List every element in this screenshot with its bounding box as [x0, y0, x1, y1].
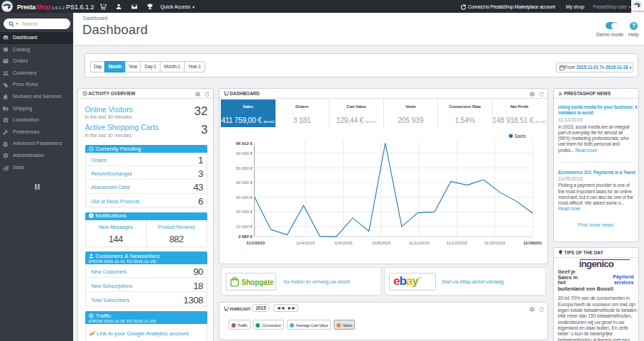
svg-text:50 000 €: 50 000 €: [236, 166, 253, 170]
svg-text:11/8/2015: 11/8/2015: [372, 241, 391, 245]
svg-text:11/1/2015: 11/1/2015: [246, 241, 266, 245]
svg-text:66 912 €: 66 912 €: [236, 141, 253, 146]
svg-text:11/4/2015: 11/4/2015: [296, 241, 315, 245]
svg-text:10 000 €: 10 000 €: [236, 224, 253, 229]
svg-text:30 000 €: 30 000 €: [236, 195, 253, 200]
svg-text:11/6/2015: 11/6/2015: [334, 241, 353, 245]
svg-text:40 000 €: 40 000 €: [236, 180, 253, 185]
svg-text:60 000 €: 60 000 €: [236, 151, 253, 156]
svg-text:11/15/2015: 11/15/2015: [484, 241, 506, 245]
svg-text:20 000 €: 20 000 €: [236, 210, 253, 214]
svg-text:11/18/201: 11/18/201: [523, 241, 542, 245]
svg-text:3 082 €: 3 082 €: [238, 234, 253, 239]
svg-text:Sales: Sales: [515, 133, 527, 138]
svg-text:11/11/2015: 11/11/2015: [408, 241, 430, 245]
svg-text:11/13/2015: 11/13/2015: [447, 241, 468, 245]
